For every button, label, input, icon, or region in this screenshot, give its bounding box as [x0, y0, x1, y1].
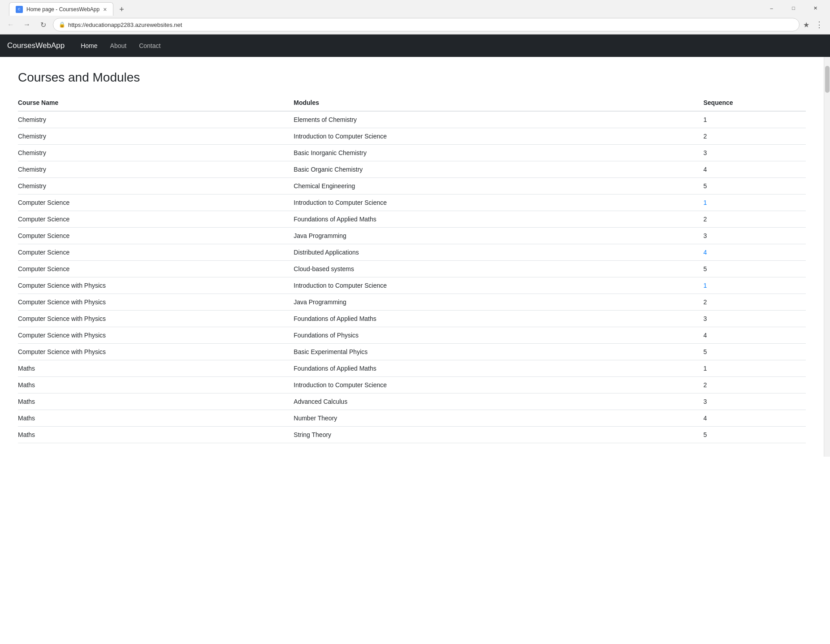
cell-course: Chemistry — [18, 178, 294, 194]
table-row: ChemistryBasic Organic Chemistry4 — [18, 161, 806, 178]
cell-seq: 4 — [703, 244, 806, 261]
cell-course: Chemistry — [18, 111, 294, 128]
cell-module: Foundations of Applied Maths — [294, 211, 703, 228]
cell-course: Maths — [18, 427, 294, 443]
cell-seq: 3 — [703, 393, 806, 410]
table-row: MathsString Theory5 — [18, 427, 806, 443]
table-row: Computer Science with PhysicsFoundations… — [18, 311, 806, 327]
cell-course: Computer Science with Physics — [18, 327, 294, 344]
scrollbar-track[interactable] — [824, 57, 830, 457]
cell-module: Foundations of Applied Maths — [294, 360, 703, 377]
cell-seq: 5 — [703, 178, 806, 194]
cell-seq: 4 — [703, 410, 806, 427]
forward-button[interactable]: → — [21, 18, 33, 31]
close-button[interactable]: ✕ — [805, 3, 826, 13]
cell-seq: 5 — [703, 261, 806, 277]
cell-seq: 3 — [703, 228, 806, 244]
table-row: Computer Science with PhysicsIntroductio… — [18, 277, 806, 294]
cell-seq: 1 — [703, 277, 806, 294]
table-row: ChemistryBasic Inorganic Chemistry3 — [18, 145, 806, 161]
cell-module: Introduction to Computer Science — [294, 128, 703, 145]
cell-seq: 4 — [703, 161, 806, 178]
cell-seq: 1 — [703, 360, 806, 377]
table-row: Computer ScienceIntroduction to Computer… — [18, 194, 806, 211]
browser-menu-button[interactable]: ⋮ — [813, 18, 826, 31]
cell-course: Computer Science — [18, 244, 294, 261]
window-controls: – □ ✕ — [761, 3, 826, 13]
col-header-module: Modules — [294, 95, 703, 111]
nav-link-about[interactable]: About — [105, 39, 132, 53]
cell-course: Computer Science — [18, 211, 294, 228]
cell-module: Basic Organic Chemistry — [294, 161, 703, 178]
browser-tab[interactable]: C Home page - CoursesWebApp × — [9, 2, 113, 16]
cell-module: Basic Inorganic Chemistry — [294, 145, 703, 161]
cell-module: Foundations of Applied Maths — [294, 311, 703, 327]
maximize-button[interactable]: □ — [783, 3, 804, 13]
cell-course: Computer Science — [18, 228, 294, 244]
table-row: MathsAdvanced Calculus3 — [18, 393, 806, 410]
cell-course: Maths — [18, 377, 294, 393]
cell-module: Java Programming — [294, 228, 703, 244]
col-header-seq: Sequence — [703, 95, 806, 111]
cell-course: Chemistry — [18, 161, 294, 178]
cell-module: Number Theory — [294, 410, 703, 427]
page-content: Courses and Modules Course Name Modules … — [0, 57, 824, 457]
tab-favicon: C — [16, 6, 23, 13]
table-row: MathsIntroduction to Computer Science2 — [18, 377, 806, 393]
cell-seq: 2 — [703, 377, 806, 393]
minimize-button[interactable]: – — [761, 3, 782, 13]
cell-course: Chemistry — [18, 128, 294, 145]
cell-module: Introduction to Computer Science — [294, 194, 703, 211]
cell-module: Foundations of Physics — [294, 327, 703, 344]
cell-course: Computer Science — [18, 261, 294, 277]
cell-course: Computer Science with Physics — [18, 277, 294, 294]
table-row: Computer Science with PhysicsJava Progra… — [18, 294, 806, 311]
cell-seq: 5 — [703, 344, 806, 360]
cell-module: Introduction to Computer Science — [294, 277, 703, 294]
nav-link-contact[interactable]: Contact — [134, 39, 166, 53]
cell-course: Maths — [18, 410, 294, 427]
table-row: ChemistryElements of Chemistry1 — [18, 111, 806, 128]
cell-seq: 1 — [703, 111, 806, 128]
url-text: https://educationapp2283.azurewebsites.n… — [68, 22, 794, 28]
cell-seq: 2 — [703, 211, 806, 228]
address-bar[interactable]: 🔒 https://educationapp2283.azurewebsites… — [53, 18, 800, 31]
page-title: Courses and Modules — [18, 70, 806, 85]
navbar-nav: Home About Contact — [75, 39, 166, 53]
cell-module: Java Programming — [294, 294, 703, 311]
cell-seq: 3 — [703, 145, 806, 161]
table-row: Computer ScienceCloud-based systems5 — [18, 261, 806, 277]
close-tab-icon[interactable]: × — [103, 6, 107, 13]
table-row: ChemistryChemical Engineering5 — [18, 178, 806, 194]
browser-chrome: C Home page - CoursesWebApp × + – □ ✕ ← … — [0, 0, 830, 35]
table-row: MathsFoundations of Applied Maths1 — [18, 360, 806, 377]
table-body: ChemistryElements of Chemistry1Chemistry… — [18, 111, 806, 443]
cell-course: Maths — [18, 360, 294, 377]
table-row: Computer ScienceJava Programming3 — [18, 228, 806, 244]
cell-seq: 1 — [703, 194, 806, 211]
title-bar: C Home page - CoursesWebApp × + – □ ✕ — [0, 0, 830, 16]
new-tab-button[interactable]: + — [115, 3, 128, 16]
cell-module: Chemical Engineering — [294, 178, 703, 194]
scrollbar-thumb[interactable] — [825, 66, 830, 93]
table-row: ChemistryIntroduction to Computer Scienc… — [18, 128, 806, 145]
navbar-brand[interactable]: CoursesWebApp — [7, 41, 65, 50]
back-button[interactable]: ← — [4, 18, 17, 31]
cell-module: String Theory — [294, 427, 703, 443]
cell-seq: 3 — [703, 311, 806, 327]
nav-link-home[interactable]: Home — [75, 39, 103, 53]
cell-module: Basic Experimental Phyics — [294, 344, 703, 360]
cell-module: Elements of Chemistry — [294, 111, 703, 128]
bookmark-icon[interactable]: ★ — [803, 21, 809, 29]
table-row: Computer Science with PhysicsFoundations… — [18, 327, 806, 344]
cell-module: Advanced Calculus — [294, 393, 703, 410]
cell-course: Maths — [18, 393, 294, 410]
cell-seq: 5 — [703, 427, 806, 443]
col-header-course: Course Name — [18, 95, 294, 111]
table-row: MathsNumber Theory4 — [18, 410, 806, 427]
cell-course: Computer Science with Physics — [18, 294, 294, 311]
address-bar-row: ← → ↻ 🔒 https://educationapp2283.azurewe… — [0, 16, 830, 34]
navbar: CoursesWebApp Home About Contact — [0, 35, 830, 57]
reload-button[interactable]: ↻ — [37, 18, 49, 31]
cell-course: Chemistry — [18, 145, 294, 161]
